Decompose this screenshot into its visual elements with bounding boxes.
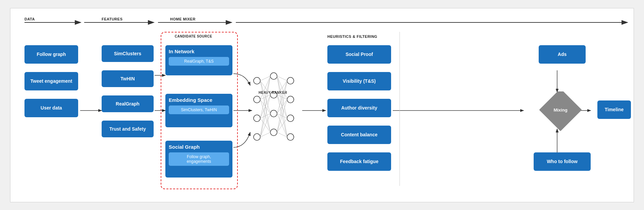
user-data-box: User data	[24, 99, 78, 117]
features-label: FEATURES	[102, 17, 122, 21]
feedback-fatigue-box: Feedback fatigue	[327, 152, 391, 171]
svg-line-58	[277, 132, 287, 137]
mixing-diamond-wrapper: Mixing	[539, 91, 572, 125]
embedding-space-group: Embedding Space SimClusters, TwHIN	[165, 94, 232, 127]
embedding-space-label: Embedding Space	[169, 97, 212, 103]
author-diversity-box: Author diversity	[327, 99, 391, 117]
svg-line-55	[277, 81, 287, 132]
twhin-box: TwHIN	[102, 70, 154, 87]
svg-point-16	[254, 96, 260, 103]
svg-point-17	[254, 115, 260, 122]
svg-point-22	[270, 129, 277, 136]
svg-line-39	[260, 76, 270, 137]
in-network-sub: RealGraph, T&S	[169, 57, 229, 66]
svg-point-26	[287, 134, 294, 140]
svg-point-23	[287, 77, 294, 84]
svg-line-42	[260, 132, 270, 137]
social-graph-group: Social Graph Follow graph, engagements	[165, 141, 232, 178]
svg-point-25	[287, 115, 294, 122]
svg-line-41	[260, 114, 270, 137]
in-network-group: In Network RealGraph, T&S	[165, 45, 232, 75]
tweet-engagement-box: Tweet engagement	[24, 72, 78, 90]
diagram-wrapper: DATA FEATURES HOME MIXER CANDIDATE SOURC…	[10, 8, 634, 202]
svg-line-43	[277, 76, 287, 81]
svg-text:Mixing: Mixing	[553, 108, 567, 113]
timeline-box: Timeline	[597, 100, 631, 119]
svg-line-35	[260, 76, 270, 118]
who-to-follow-box: Who to follow	[534, 152, 591, 171]
visibility-box: Visibility (T&S)	[327, 72, 391, 90]
embedding-space-sub: SimClusters, TwHIN	[169, 106, 229, 114]
svg-point-21	[270, 110, 277, 117]
separator-line	[399, 32, 400, 186]
ads-box: Ads	[539, 45, 586, 64]
data-label: DATA	[24, 17, 35, 21]
simclusters-box: SimClusters	[102, 45, 154, 62]
svg-point-15	[254, 77, 260, 84]
svg-point-18	[254, 134, 260, 140]
trust-safety-box: Trust and Safety	[102, 121, 154, 137]
svg-line-31	[260, 76, 270, 99]
social-graph-sub: Follow graph, engagements	[169, 152, 229, 166]
in-network-label: In Network	[169, 49, 195, 54]
neural-network-svg	[250, 62, 304, 156]
svg-point-20	[270, 91, 277, 98]
content-balance-box: Content balance	[327, 126, 391, 144]
follow-graph-box: Follow graph	[24, 45, 78, 64]
svg-point-19	[270, 73, 277, 79]
social-proof-box: Social Proof	[327, 45, 391, 64]
svg-line-40	[260, 95, 270, 137]
realgraph-box: RealGraph	[102, 95, 154, 112]
heuristics-label: HEURISTICS & FILTERING	[327, 34, 377, 39]
svg-line-27	[260, 76, 270, 81]
social-graph-label: Social Graph	[169, 144, 200, 150]
svg-point-24	[287, 96, 294, 103]
home-mixer-label: HOME MIXER	[170, 17, 196, 21]
mixing-diamond-svg: Mixing	[539, 91, 586, 135]
